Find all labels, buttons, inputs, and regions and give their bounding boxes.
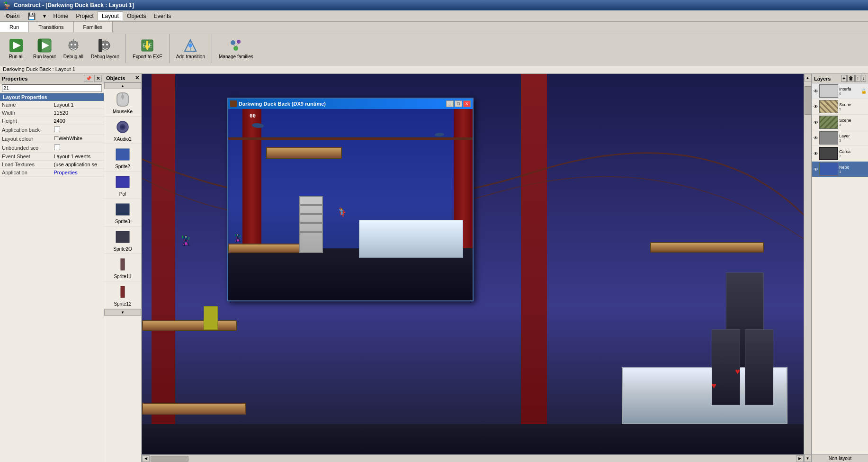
layer-item-6[interactable]: 👁 Interfa 6 🔓 (812, 83, 868, 99)
layer-3-name: Layer (839, 134, 867, 138)
layers-delete-icon[interactable]: 🗑 (847, 75, 855, 82)
layers-down-icon[interactable]: ↓ (861, 75, 866, 82)
layer-2-info: Carca 2 (839, 149, 867, 158)
prop-value-height[interactable]: 2400 (52, 117, 104, 125)
prop-value-appback[interactable] (52, 125, 104, 135)
layer-item-2[interactable]: 👁 Carca 2 (812, 146, 868, 162)
right-structure1 (745, 329, 773, 405)
menu-objects[interactable]: Objects (123, 12, 150, 20)
vscroll-thumb[interactable] (805, 86, 811, 115)
objects-close-icon[interactable]: ✕ (135, 75, 139, 81)
object-item-sprite3[interactable]: Sprite3 (104, 199, 141, 226)
right-wood-platform (650, 242, 764, 253)
canvas-vscrollbar[interactable]: ▲ ▼ (804, 74, 811, 462)
menu-dropdown[interactable]: ▾ (39, 12, 50, 20)
layer-item-5[interactable]: 👁 Scene 5 (812, 99, 868, 115)
objects-scroll-up[interactable]: ▲ (104, 82, 141, 89)
properties-title: Properties (2, 76, 27, 82)
game-snow-platform (359, 220, 463, 258)
layer-1-visible-icon[interactable]: 👁 (814, 167, 818, 172)
canvas-area[interactable]: Darkwing Duck Back (DX9 runtime) _ □ ✕ (142, 74, 811, 462)
game-window-maximize[interactable]: □ (455, 100, 462, 107)
canvas-hscrollbar[interactable]: ◀ ▶ (142, 454, 804, 462)
prop-value-width[interactable]: 11520 (52, 109, 104, 117)
object-item-sprite11[interactable]: Sprite11 (104, 254, 141, 281)
prop-value-name[interactable]: Layout 1 (52, 101, 104, 109)
hscroll-right-arrow[interactable]: ▶ (796, 455, 804, 462)
layer-3-number: 3 (839, 138, 867, 143)
sprite20-icon (113, 228, 132, 245)
tab-families[interactable]: Families (74, 22, 113, 32)
game-window[interactable]: Darkwing Duck Back (DX9 runtime) _ □ ✕ (227, 98, 474, 301)
unbounded-checkbox[interactable] (54, 144, 60, 150)
hscroll-thumb[interactable] (151, 456, 188, 462)
run-all-button[interactable]: Run all (4, 36, 28, 61)
layer-3-visible-icon[interactable]: 👁 (814, 136, 818, 141)
hscroll-left-arrow[interactable]: ◀ (142, 455, 150, 462)
debug-layout-label: Debug layout (91, 54, 119, 59)
object-item-sprite12[interactable]: Sprite12 (104, 281, 141, 309)
layer-2-visible-icon[interactable]: 👁 (814, 151, 818, 156)
pol-icon (113, 173, 132, 190)
properties-pin-icon[interactable]: 📌 (84, 75, 93, 82)
object-item-sprite20[interactable]: Sprite2O (104, 226, 141, 254)
layer-6-info: Interfa 6 (839, 87, 860, 96)
object-item-pol[interactable]: Pol (104, 172, 141, 199)
add-transition-button[interactable]: Add transition (173, 36, 208, 61)
prop-value-unbounded[interactable] (52, 143, 104, 153)
objects-scroll-down[interactable]: ▼ (104, 309, 141, 316)
sprite20-label: Sprite2O (113, 246, 132, 252)
svg-point-7 (74, 44, 76, 45)
game-platform1 (266, 147, 342, 159)
layer-item-1[interactable]: 👁 Nebo 1 (812, 162, 868, 177)
properties-panel: Properties 📌 ✕ Layout Properties Name La… (0, 74, 104, 462)
prop-label-eventsheet: Event Sheet (0, 153, 52, 161)
properties-close-icon[interactable]: ✕ (94, 75, 102, 82)
object-item-mousekey[interactable]: MouseKe (104, 89, 141, 117)
layer-item-3[interactable]: 👁 Layer 3 (812, 130, 868, 146)
prop-value-layoutcolour[interactable]: ☐WebWhite (52, 135, 104, 143)
svg-rect-37 (121, 259, 125, 270)
manage-families-button[interactable]: Manage families (216, 36, 256, 61)
game-window-close[interactable]: ✕ (463, 100, 471, 107)
vscroll-up-arrow[interactable]: ▲ (804, 74, 812, 82)
vscroll-track (804, 82, 811, 454)
layers-up-icon[interactable]: ↑ (855, 75, 860, 82)
svg-rect-38 (121, 286, 125, 298)
svg-rect-33 (116, 149, 129, 160)
prop-row-width: Width 11520 (0, 109, 104, 117)
debug-layout-icon (98, 38, 113, 53)
object-item-sprite2[interactable]: Sprite2 (104, 144, 141, 172)
properties-search-input[interactable] (2, 84, 102, 92)
menu-events[interactable]: Events (150, 12, 175, 20)
menu-file[interactable]: Файл (2, 12, 24, 20)
prop-value-eventsheet[interactable]: Layout 1 events (52, 153, 104, 161)
main-layout: Properties 📌 ✕ Layout Properties Name La… (0, 74, 868, 462)
heart-icon2: ♥ (711, 381, 716, 391)
run-layout-button[interactable]: Run layout (30, 36, 59, 61)
debug-layout-button[interactable]: Debug layout (88, 36, 122, 61)
vscroll-down-arrow[interactable]: ▼ (804, 454, 812, 462)
appback-checkbox[interactable] (54, 126, 60, 132)
layer-4-visible-icon[interactable]: 👁 (814, 120, 818, 125)
game-window-minimize[interactable]: _ (446, 100, 454, 107)
object-item-xaudio2[interactable]: XAudio2 (104, 117, 141, 144)
menu-home[interactable]: Home (50, 12, 72, 20)
layer-item-4[interactable]: 👁 Scene 4 (812, 115, 868, 130)
prop-value-loadtextures[interactable]: (use application se (52, 161, 104, 169)
toolbar-export-group: EXE Export to EXE (130, 34, 170, 63)
menu-layout[interactable]: Layout (98, 11, 123, 20)
bg-tower-right1 (521, 74, 547, 462)
layer-5-visible-icon[interactable]: 👁 (814, 104, 818, 109)
debug-all-button[interactable]: Debug all (61, 36, 86, 61)
layer-6-visible-icon[interactable]: 👁 (814, 89, 818, 94)
prop-value-application[interactable]: Properties (52, 169, 104, 177)
menu-save[interactable]: 💾 (24, 11, 39, 21)
menu-project[interactable]: Project (72, 12, 98, 20)
tab-run[interactable]: Run (0, 22, 29, 32)
application-link[interactable]: Properties (54, 170, 78, 175)
export-exe-button[interactable]: EXE Export to EXE (130, 36, 165, 61)
layers-add-icon[interactable]: + (841, 75, 847, 82)
layout-properties-header[interactable]: Layout Properties (0, 93, 104, 101)
tab-transitions[interactable]: Transitions (29, 22, 73, 32)
